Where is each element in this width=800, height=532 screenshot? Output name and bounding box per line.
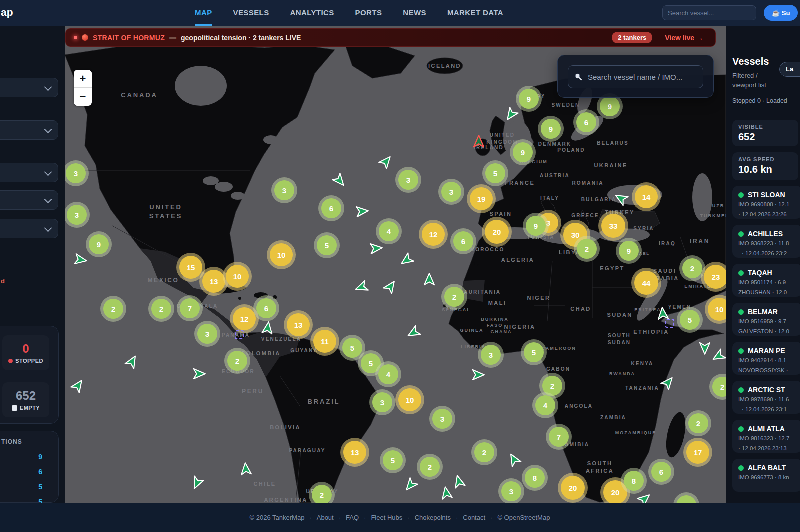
vessel-arrow-marker[interactable]	[438, 485, 454, 501]
cluster-marker-2[interactable]: 2	[577, 239, 597, 259]
cluster-marker-12[interactable]: 12	[422, 223, 445, 246]
cluster-marker-2[interactable]: 2	[104, 299, 124, 319]
footer-item-contact[interactable]: Contact	[463, 514, 486, 522]
vessel-row[interactable]: ALFA BALTIMO 9696773 · 8 kn	[732, 459, 800, 492]
cluster-marker-5[interactable]: 5	[317, 236, 337, 256]
destination-row[interactable]: 5	[0, 480, 44, 496]
stopped-card[interactable]: 0 STOPPED	[2, 336, 50, 370]
cluster-marker-14[interactable]: 14	[635, 186, 658, 208]
nav-item-market-data[interactable]: MARKET DATA	[448, 0, 504, 24]
cluster-marker-3[interactable]: 3	[502, 482, 522, 502]
selected-vessel-marker[interactable]	[235, 330, 244, 340]
empty-card[interactable]: 652 EMPTY	[2, 382, 50, 418]
cluster-marker-2[interactable]: 2	[542, 376, 562, 396]
cluster-marker-33[interactable]: 33	[602, 214, 626, 238]
cluster-marker-2[interactable]: 2	[152, 299, 172, 319]
cluster-marker-3[interactable]: 3	[442, 182, 462, 202]
filter-select-2[interactable]	[0, 120, 58, 140]
cluster-marker-6[interactable]: 6	[576, 112, 596, 132]
cluster-marker-2[interactable]: 2	[444, 287, 464, 307]
cluster-marker-5[interactable]: 5	[486, 164, 506, 184]
cluster-marker-5[interactable]: 5	[524, 342, 544, 362]
cluster-marker-2[interactable]: 2	[474, 442, 494, 462]
cluster-marker-10[interactable]: 10	[270, 244, 293, 266]
zoom-in-button[interactable]: +	[74, 70, 92, 88]
cluster-marker-12[interactable]: 12	[233, 308, 256, 330]
cluster-marker-4[interactable]: 4	[536, 396, 556, 416]
vessel-arrow-marker[interactable]	[260, 320, 276, 336]
destination-row[interactable]: 9	[0, 450, 44, 466]
footer-item-faq[interactable]: FAQ	[346, 514, 359, 522]
cluster-marker-2[interactable]: 2	[420, 457, 440, 477]
vessel-arrow-marker[interactable]	[355, 204, 370, 219]
cluster-marker-3[interactable]: 3	[481, 345, 501, 365]
cluster-marker-23[interactable]: 23	[704, 265, 726, 289]
vessel-arrow-marker[interactable]	[73, 252, 89, 268]
zoom-out-button[interactable]: −	[74, 88, 92, 106]
cluster-marker-2[interactable]: 2	[228, 351, 248, 371]
filter-select-1[interactable]	[0, 78, 58, 98]
cluster-marker-20[interactable]: 20	[561, 476, 585, 500]
cluster-marker-9[interactable]: 9	[541, 119, 561, 139]
vessel-arrow-marker[interactable]	[472, 368, 486, 382]
footer-item--openstreetmap[interactable]: © OpenStreetMap	[498, 514, 550, 522]
selected-vessel-marker[interactable]	[666, 319, 674, 328]
cluster-marker-13[interactable]: 13	[344, 441, 366, 464]
nav-item-ports[interactable]: PORTS	[356, 0, 382, 24]
vessel-arrow-marker[interactable]	[369, 241, 384, 256]
footer-item-chokepoints[interactable]: Chokepoints	[415, 514, 451, 522]
vessel-row[interactable]: BELMARIMO 9516959 · 9.7GALVESTON · 12.0	[732, 303, 800, 336]
cluster-marker-2[interactable]: 2	[312, 485, 332, 503]
alert-vessel-marker[interactable]	[472, 134, 486, 148]
vessel-arrow-marker[interactable]	[422, 272, 436, 286]
cluster-marker-9[interactable]: 9	[600, 96, 620, 116]
vessel-row[interactable]: STI SLOANIMO 9690808 · 12.1· 12.04.2026 …	[732, 186, 800, 219]
cluster-marker-3[interactable]: 3	[372, 392, 392, 412]
cluster-marker-20[interactable]: 20	[604, 480, 628, 503]
vessel-row[interactable]: ALMI ATLAIMO 9816323 · 12.7· 12.04.2026 …	[732, 420, 800, 453]
layers-pill-button[interactable]: La	[780, 62, 800, 77]
cluster-marker-19[interactable]: 19	[470, 188, 493, 210]
cluster-marker-3[interactable]: 3	[432, 409, 452, 429]
vessel-row[interactable]: ACHILLESIMO 9368223 · 11.8- · 12.04.2026…	[732, 225, 800, 258]
cluster-marker-3[interactable]: 3	[398, 170, 418, 190]
cluster-marker-4[interactable]: 4	[379, 222, 399, 242]
cluster-marker-8[interactable]: 8	[624, 471, 644, 491]
footer-item-fleet-hubs[interactable]: Fleet Hubs	[371, 514, 402, 522]
cluster-marker-20[interactable]: 20	[485, 220, 509, 244]
cluster-marker-9[interactable]: 9	[513, 142, 533, 162]
cluster-marker-5[interactable]: 5	[361, 354, 381, 374]
cluster-marker-3[interactable]: 3	[274, 180, 294, 200]
cluster-marker-7[interactable]: 7	[180, 298, 200, 318]
cluster-marker-5[interactable]: 5	[383, 450, 403, 470]
cluster-marker-6[interactable]: 6	[454, 232, 474, 252]
nav-item-map[interactable]: MAP	[195, 0, 212, 26]
cluster-marker-4[interactable]: 4	[378, 364, 398, 384]
cluster-marker-7[interactable]: 7	[549, 427, 569, 447]
cluster-marker-6[interactable]: 6	[322, 198, 342, 218]
cluster-marker-2[interactable]: 2	[682, 258, 702, 278]
cluster-marker-5[interactable]: 5	[680, 310, 700, 330]
cluster-marker-5[interactable]: 5	[342, 338, 362, 358]
cluster-marker-3[interactable]: 3	[66, 164, 86, 184]
cluster-marker-13[interactable]: 13	[202, 270, 226, 293]
cluster-marker-10[interactable]: 10	[226, 265, 249, 288]
alert-banner[interactable]: STRAIT OF HORMUZ — geopolitical tension …	[66, 28, 716, 47]
cluster-marker-9[interactable]: 9	[519, 89, 539, 109]
app-logo[interactable]: ap	[1, 6, 14, 18]
vessel-row[interactable]: MARAN PEIMO 9402914 · 8.1NOVOROSSIYSK ·	[732, 342, 800, 375]
cluster-marker-9[interactable]: 9	[89, 234, 109, 254]
cluster-marker-6[interactable]: 6	[256, 298, 276, 318]
cluster-marker-11[interactable]: 11	[314, 330, 336, 353]
nav-item-analytics[interactable]: ANALYTICS	[290, 0, 334, 24]
destination-row[interactable]: 6	[0, 466, 44, 480]
search-input[interactable]	[662, 6, 756, 20]
map-search-field[interactable]	[568, 66, 704, 88]
cluster-marker-10[interactable]: 10	[398, 388, 422, 412]
vessel-arrow-marker[interactable]	[238, 462, 254, 476]
vessel-arrow-marker[interactable]	[192, 367, 206, 381]
cluster-marker-2[interactable]: 2	[688, 414, 708, 434]
filter-select-4[interactable]	[0, 190, 58, 210]
cluster-marker-9[interactable]: 9	[619, 241, 639, 261]
map-search-input[interactable]	[587, 72, 697, 82]
